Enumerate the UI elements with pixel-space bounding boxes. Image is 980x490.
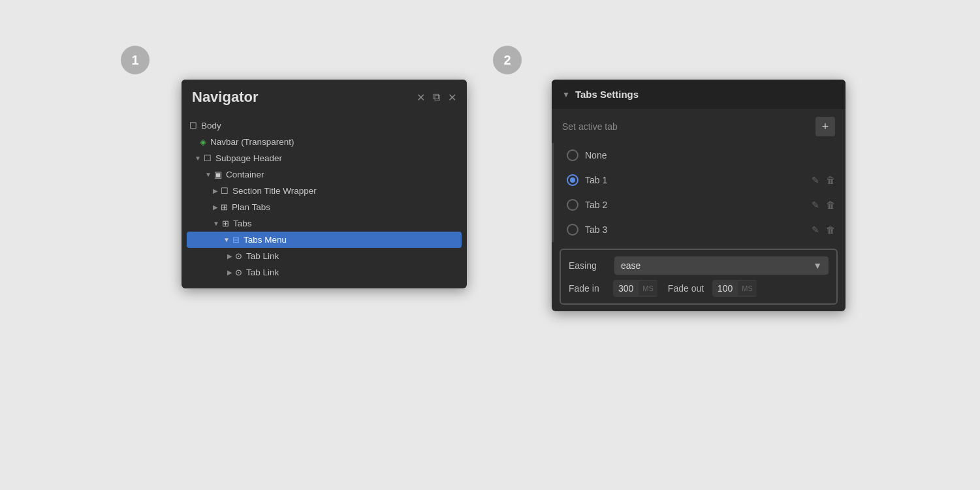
section-title-icon: ☐ [221, 186, 229, 196]
set-active-tab-label: Set active tab [562, 121, 618, 132]
tabs-settings-header: ▼ Tabs Settings [552, 80, 846, 109]
easing-select[interactable]: ease ▼ [614, 256, 829, 275]
tree-item-body[interactable]: ☐ Body [182, 117, 467, 134]
easing-label: Easing [569, 260, 608, 271]
tab-option-none-wrapper: None [552, 143, 846, 168]
tab-link-1-icon: ⊙ [235, 251, 242, 261]
tree-item-tabs-menu[interactable]: ▼ ⊟ Tabs Menu [187, 232, 462, 248]
fade-in-unit: MS [639, 281, 657, 296]
tab-link-2-icon: ⊙ [235, 268, 242, 277]
fade-in-value: 300 [613, 280, 639, 297]
none-label: None [585, 150, 607, 161]
tab3-label: Tab 3 [585, 224, 607, 235]
dock-icon[interactable]: ⧉ [433, 91, 440, 103]
add-tab-button[interactable]: + [815, 117, 835, 136]
tab2-actions: ✎ 🗑 [812, 200, 835, 210]
plan-tabs-arrow: ▶ [213, 204, 218, 211]
body-label: Body [201, 121, 221, 130]
tree-item-plan-tabs[interactable]: ▶ ⊞ Plan Tabs [182, 199, 467, 215]
tab-option-none[interactable]: None [552, 143, 846, 168]
tab-link-2-arrow: ▶ [227, 269, 232, 276]
section-title-arrow: ▶ [213, 187, 218, 194]
tab2-label: Tab 2 [585, 200, 607, 210]
plan-tabs-label: Plan Tabs [232, 202, 270, 212]
navigator-body: ☐ Body ◈ Navbar (Transparent) ▼ ☐ Subpag… [182, 115, 467, 288]
radio-tab1[interactable] [567, 174, 578, 186]
tab-link-2-label: Tab Link [246, 268, 279, 277]
tab1-edit-icon[interactable]: ✎ [812, 175, 819, 185]
tab3-delete-icon[interactable]: 🗑 [826, 224, 835, 235]
fade-out-label: Fade out [668, 283, 707, 294]
tab-option-tab3[interactable]: Tab 3 ✎ 🗑 [552, 217, 846, 242]
fade-out-value: 100 [712, 280, 738, 297]
container-icon: ▣ [214, 170, 222, 179]
plan-tabs-icon: ⊞ [221, 202, 228, 212]
tree-item-navbar[interactable]: ◈ Navbar (Transparent) [182, 134, 467, 150]
tab-option-tab3-wrapper: Tab 3 ✎ 🗑 [552, 217, 846, 242]
easing-chevron-icon: ▼ [813, 260, 822, 271]
tree-item-container[interactable]: ▼ ▣ Container [182, 166, 467, 183]
fade-in-label: Fade in [569, 283, 608, 294]
add-icon: + [822, 121, 829, 132]
radio-tab1-inner [570, 177, 575, 183]
tab1-label: Tab 1 [585, 175, 607, 185]
tabs-menu-label: Tabs Menu [244, 235, 287, 245]
step-badge-1: 1 [121, 46, 150, 74]
navigator-panel: Navigator ✕ ⧉ ✕ ☐ Body ◈ Navbar (Transpa… [182, 80, 467, 288]
subpage-header-arrow: ▼ [195, 155, 201, 162]
section-title-label: Section Title Wrapper [232, 186, 317, 196]
navbar-label: Navbar (Transparent) [210, 137, 294, 147]
tree-item-section-title-wrapper[interactable]: ▶ ☐ Section Title Wrapper [182, 183, 467, 199]
tab-option-tab2[interactable]: Tab 2 ✎ 🗑 [552, 192, 846, 217]
tree-item-tab-link-2[interactable]: ▶ ⊙ Tab Link [182, 264, 467, 281]
easing-row: Easing ease ▼ [569, 256, 829, 275]
tab2-edit-icon[interactable]: ✎ [812, 200, 819, 210]
tab2-delete-icon[interactable]: 🗑 [826, 200, 835, 210]
close-detach-icon[interactable]: ✕ [417, 91, 425, 104]
tab-option-tab2-wrapper: Tab 2 ✎ 🗑 [552, 192, 846, 217]
body-icon: ☐ [189, 121, 197, 130]
navigator-header-icons: ✕ ⧉ ✕ [417, 91, 456, 104]
fade-out-unit: MS [738, 281, 757, 296]
fade-out-input[interactable]: 100 MS [712, 280, 757, 297]
navbar-icon: ◈ [200, 137, 206, 147]
subpage-header-icon: ☐ [204, 153, 212, 163]
navigator-title: Navigator [192, 89, 258, 106]
tab3-actions: ✎ 🗑 [812, 224, 835, 235]
tree-item-tabs[interactable]: ▼ ⊞ Tabs [182, 215, 467, 232]
tab-link-1-arrow: ▶ [227, 253, 232, 260]
set-active-tab-row: Set active tab + [552, 109, 846, 143]
container-arrow: ▼ [205, 171, 212, 178]
subpage-header-label: Subpage Header [215, 153, 282, 163]
tabs-label: Tabs [233, 219, 252, 228]
tab-option-tab1-wrapper: Tab 1 ✎ 🗑 [552, 168, 846, 192]
tabs-settings-panel: ▼ Tabs Settings Set active tab + None Ta… [552, 80, 846, 311]
tabs-arrow: ▼ [213, 220, 219, 227]
tab-option-tab1[interactable]: Tab 1 ✎ 🗑 [552, 168, 846, 192]
radio-none[interactable] [567, 149, 578, 161]
easing-value: ease [621, 260, 640, 271]
tree-item-subpage-header[interactable]: ▼ ☐ Subpage Header [182, 150, 467, 166]
fade-row: Fade in 300 MS Fade out 100 MS [569, 280, 829, 297]
tree-item-tab-link-1[interactable]: ▶ ⊙ Tab Link [182, 248, 467, 264]
tabs-menu-icon: ⊟ [232, 235, 240, 245]
tab-link-1-label: Tab Link [246, 251, 279, 261]
tabs-icon: ⊞ [222, 219, 229, 228]
tabs-settings-title: Tabs Settings [575, 89, 639, 100]
tabs-menu-arrow: ▼ [223, 236, 230, 243]
navigator-header: Navigator ✕ ⧉ ✕ [182, 80, 467, 115]
step-badge-2: 2 [493, 46, 522, 74]
tab1-delete-icon[interactable]: 🗑 [826, 175, 835, 185]
radio-tab2[interactable] [567, 199, 578, 211]
radio-tab3[interactable] [567, 224, 578, 236]
collapse-arrow-icon[interactable]: ▼ [562, 90, 570, 99]
fade-in-input[interactable]: 300 MS [613, 280, 657, 297]
tab1-actions: ✎ 🗑 [812, 175, 835, 185]
easing-section: Easing ease ▼ Fade in 300 MS Fade out 10… [560, 249, 838, 305]
tab3-edit-icon[interactable]: ✎ [812, 224, 819, 235]
container-label: Container [226, 170, 264, 179]
close-icon[interactable]: ✕ [448, 91, 456, 104]
